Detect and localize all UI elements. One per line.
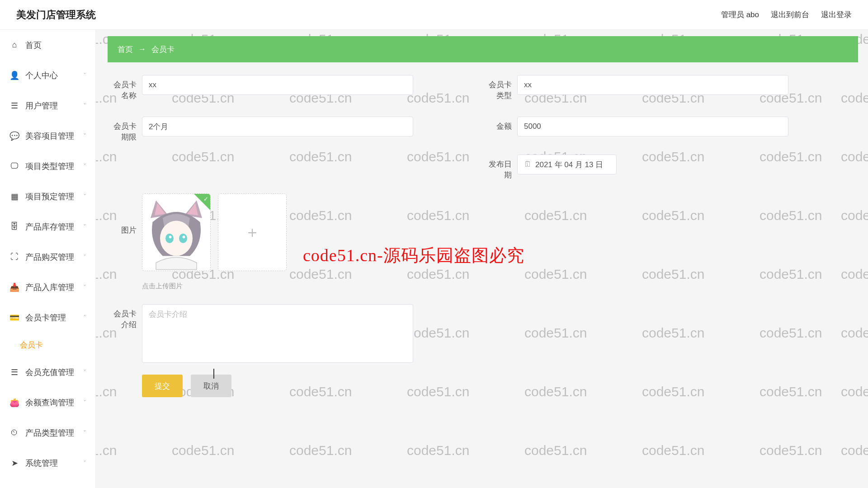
check-icon: ✓ bbox=[203, 196, 208, 202]
sidebar-subitem[interactable]: 会员卡 bbox=[0, 333, 95, 357]
sidebar-item-label: 项目类型管理 bbox=[25, 161, 74, 172]
image-label: 图片 bbox=[108, 193, 137, 236]
calendar-icon: 🗓 bbox=[524, 160, 532, 169]
sidebar-item-0[interactable]: ⌂首页 bbox=[0, 30, 95, 60]
card-type-label: 会员卡类型 bbox=[483, 75, 512, 101]
chevron-down-icon: ˅ bbox=[83, 132, 86, 140]
sidebar-item-1[interactable]: 👤个人中心˅ bbox=[0, 60, 95, 90]
submit-button[interactable]: 提交 bbox=[142, 375, 183, 397]
card-name-input[interactable] bbox=[142, 75, 413, 95]
app-header: 美发门店管理系统 管理员 abo 退出到前台 退出登录 bbox=[0, 0, 868, 30]
sidebar-item-label: 产品类型管理 bbox=[25, 427, 74, 438]
sidebar-item-3[interactable]: 💬美容项目管理˅ bbox=[0, 121, 95, 151]
chevron-up-icon: ˄ bbox=[83, 314, 86, 321]
logout-link[interactable]: 退出登录 bbox=[821, 9, 852, 20]
chevron-down-icon: ˅ bbox=[83, 193, 86, 200]
list-icon: ☰ bbox=[10, 368, 19, 377]
image-thumbs: ✓ ＋ bbox=[142, 193, 287, 271]
sidebar-item-5[interactable]: ▦项目预定管理˅ bbox=[0, 181, 95, 211]
sidebar-item-label: 会员卡管理 bbox=[25, 312, 66, 323]
sidebar-item-label: 产品入库管理 bbox=[25, 282, 74, 293]
sidebar-item-2[interactable]: ☰用户管理˅ bbox=[0, 90, 95, 121]
monitor-icon: 🖵 bbox=[10, 162, 19, 171]
send-icon: ➤ bbox=[10, 459, 19, 468]
watermark-banner: code51.cn-源码乐园盗图必究 bbox=[303, 244, 524, 267]
breadcrumb: 首页 → 会员卡 bbox=[108, 36, 858, 62]
svg-point-1 bbox=[160, 221, 193, 256]
svg-point-3 bbox=[179, 234, 187, 243]
sidebar-item-label: 产品购买管理 bbox=[25, 252, 74, 263]
chat-icon: 💬 bbox=[10, 131, 19, 141]
text-cursor bbox=[213, 369, 214, 379]
sidebar-item-label: 产品库存管理 bbox=[25, 221, 74, 232]
svg-point-2 bbox=[165, 234, 174, 243]
sidebar-item-13[interactable]: ➤系统管理˅ bbox=[0, 448, 95, 478]
breadcrumb-home[interactable]: 首页 bbox=[118, 44, 133, 55]
publish-date-value: 2021 年 04 月 13 日 bbox=[535, 160, 603, 170]
sidebar-item-label: 余额查询管理 bbox=[25, 397, 74, 408]
amount-label: 金额 bbox=[483, 117, 512, 132]
publish-date-input[interactable]: 🗓 2021 年 04 月 13 日 bbox=[517, 155, 617, 174]
card-name-label: 会员卡名称 bbox=[108, 75, 137, 101]
add-image-button[interactable]: ＋ bbox=[218, 193, 287, 271]
card-term-input[interactable] bbox=[142, 117, 413, 136]
sidebar-item-11[interactable]: 👛余额查询管理˅ bbox=[0, 387, 95, 418]
crop-icon: ⛶ bbox=[10, 253, 19, 262]
list-icon: ☰ bbox=[10, 101, 19, 110]
person-icon: 👤 bbox=[10, 71, 19, 80]
chevron-down-icon: ˅ bbox=[83, 369, 86, 376]
chevron-down-icon: ˅ bbox=[83, 460, 86, 467]
card-icon: 💳 bbox=[10, 313, 19, 322]
sidebar-item-label: 首页 bbox=[25, 40, 42, 51]
svg-point-5 bbox=[183, 236, 185, 239]
chevron-down-icon: ˅ bbox=[83, 253, 86, 261]
breadcrumb-current: 会员卡 bbox=[151, 44, 175, 55]
sidebar-item-6[interactable]: 🗄产品库存管理˅ bbox=[0, 211, 95, 242]
card-type-input[interactable] bbox=[517, 75, 788, 95]
chevron-down-icon: ˅ bbox=[83, 429, 86, 436]
chevron-down-icon: ˅ bbox=[83, 163, 86, 170]
card-term-label: 会员卡期限 bbox=[108, 117, 137, 143]
sidebar-item-9[interactable]: 💳会员卡管理˄ bbox=[0, 302, 95, 333]
upload-hint: 点击上传图片 bbox=[142, 282, 858, 291]
inbox-icon: 📥 bbox=[10, 283, 19, 292]
sidebar-item-label: 项目预定管理 bbox=[25, 191, 74, 202]
chevron-down-icon: ˅ bbox=[83, 72, 86, 79]
sidebar-item-7[interactable]: ⛶产品购买管理˅ bbox=[0, 242, 95, 272]
svg-point-4 bbox=[169, 236, 172, 239]
chevron-down-icon: ˅ bbox=[83, 223, 86, 230]
sidebar-item-label: 系统管理 bbox=[25, 458, 58, 469]
wallet-icon: 👛 bbox=[10, 398, 19, 407]
plus-icon: ＋ bbox=[245, 222, 260, 243]
admin-label[interactable]: 管理员 abo bbox=[721, 9, 759, 20]
sidebar-item-12[interactable]: ⏲产品类型管理˅ bbox=[0, 418, 95, 448]
intro-textarea[interactable] bbox=[142, 304, 413, 363]
app-title: 美发门店管理系统 bbox=[16, 8, 96, 22]
breadcrumb-sep: → bbox=[138, 45, 146, 54]
sidebar-item-label: 个人中心 bbox=[25, 70, 58, 81]
stack-icon: 🗄 bbox=[10, 222, 19, 231]
sidebar-item-label: 会员充值管理 bbox=[25, 367, 74, 378]
sidebar-item-10[interactable]: ☰会员充值管理˅ bbox=[0, 357, 95, 387]
chevron-down-icon: ˅ bbox=[83, 399, 86, 406]
header-actions: 管理员 abo 退出到前台 退出登录 bbox=[721, 9, 852, 20]
sidebar-item-label: 美容项目管理 bbox=[25, 131, 74, 141]
intro-label: 会员卡介绍 bbox=[108, 304, 137, 330]
chevron-down-icon: ˅ bbox=[83, 284, 86, 291]
sidebar: ⌂首页👤个人中心˅☰用户管理˅💬美容项目管理˅🖵项目类型管理˅▦项目预定管理˅🗄… bbox=[0, 30, 96, 488]
cancel-button[interactable]: 取消 bbox=[191, 375, 231, 397]
chevron-down-icon: ˅ bbox=[83, 102, 86, 109]
exit-front-link[interactable]: 退出到前台 bbox=[771, 9, 809, 20]
clock-icon: ⏲ bbox=[10, 428, 19, 437]
amount-input[interactable] bbox=[517, 117, 788, 136]
form-area: 会员卡名称 会员卡类型 会员卡期限 金额 发布日期 🗓 2021 年 04 月 … bbox=[108, 72, 858, 488]
uploaded-image-thumb[interactable]: ✓ bbox=[142, 193, 211, 271]
grid-icon: ▦ bbox=[10, 192, 19, 201]
sidebar-item-label: 用户管理 bbox=[25, 100, 58, 111]
sidebar-item-4[interactable]: 🖵项目类型管理˅ bbox=[0, 151, 95, 181]
home-icon: ⌂ bbox=[10, 41, 19, 50]
sidebar-item-8[interactable]: 📥产品入库管理˅ bbox=[0, 272, 95, 302]
publish-date-label: 发布日期 bbox=[483, 155, 512, 181]
form-buttons: 提交 取消 bbox=[142, 375, 858, 397]
